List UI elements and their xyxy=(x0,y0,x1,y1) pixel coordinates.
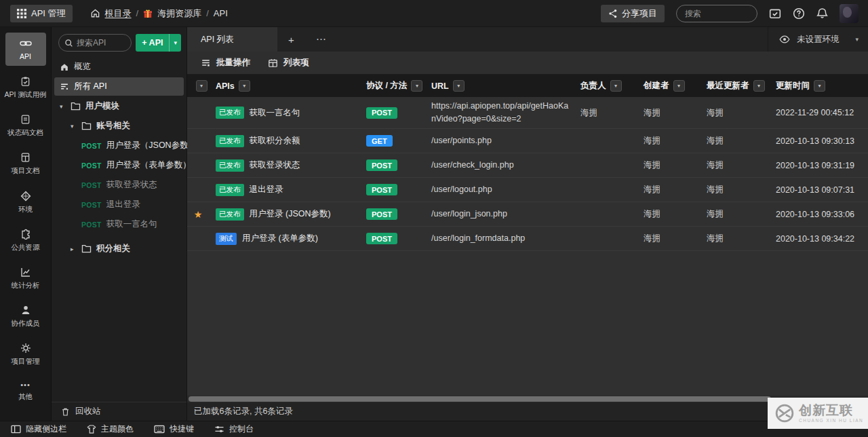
status-badge: 测试 xyxy=(216,233,237,245)
col-apis-filter[interactable]: ▾ xyxy=(239,80,250,92)
help-icon[interactable] xyxy=(793,7,805,20)
sidebar-item-status-doc[interactable]: 状态码文档 xyxy=(5,109,46,142)
breadcrumb-root[interactable]: 根目录 xyxy=(105,7,132,20)
tab-bar: API 列表 + ⋯ 未设置环境 ▾ xyxy=(187,27,868,52)
status-badge: 已发布 xyxy=(216,184,244,196)
search-icon xyxy=(64,39,73,48)
col-apis: APIs xyxy=(216,81,235,91)
trash-icon xyxy=(61,407,70,417)
global-search-input[interactable] xyxy=(676,5,757,22)
sidebar-toggle-icon xyxy=(11,425,21,434)
environment-selector[interactable]: 未设置环境 ▾ xyxy=(768,27,868,52)
method-badge: POST xyxy=(366,184,397,195)
table-row[interactable]: 已发布获取一言名句 POST https://api.apiopen.top/a… xyxy=(187,97,868,129)
method-badge: POST xyxy=(366,159,397,171)
api-tree-panel: + API ▾ 概览 所有 API ▾ 用户模块 ▾ 账号相关 POST 用户登… xyxy=(52,27,187,421)
method-badge: POST xyxy=(366,208,397,220)
hide-sidebar-button[interactable]: 隐藏侧边栏 xyxy=(11,423,66,435)
select-all-dropdown[interactable]: ▾ xyxy=(196,80,208,92)
statistics-chart-icon xyxy=(20,267,31,278)
tab-overflow-button[interactable]: ⋯ xyxy=(305,27,337,52)
public-resources-puzzle-icon xyxy=(20,229,31,240)
environment-label: 未设置环境 xyxy=(797,34,840,45)
sidebar-item-project-settings[interactable]: 项目管理 xyxy=(5,337,46,370)
breadcrumb-project[interactable]: 海拥资源库 xyxy=(157,7,201,20)
records-count-text: 已加载6条记录, 共6条记录 xyxy=(194,406,293,417)
status-badge: 已发布 xyxy=(216,208,244,221)
share-icon xyxy=(608,9,618,18)
sidebar-item-api[interactable]: API xyxy=(5,33,46,66)
notifications-bell-icon[interactable] xyxy=(816,7,828,19)
columns-grid-icon xyxy=(268,58,278,68)
eye-icon xyxy=(779,34,790,45)
environment-caret-icon: ▾ xyxy=(855,36,859,43)
api-search-input[interactable] xyxy=(77,38,124,48)
sidebar-item-statistics[interactable]: 统计分析 xyxy=(5,261,46,294)
recycle-bin-button[interactable]: 回收站 xyxy=(52,402,186,421)
sidebar-item-public-resources[interactable]: 公共资源 xyxy=(5,223,46,256)
console-button[interactable]: 控制台 xyxy=(214,423,254,435)
tree-api-item[interactable]: POST 获取登录状态 xyxy=(54,176,184,194)
table-row[interactable]: 已发布获取登录状态 POST /user/check_login.php 海拥 … xyxy=(187,153,868,178)
tab-api-list[interactable]: API 列表 xyxy=(187,27,277,52)
tree-folder-points[interactable]: ▸ 积分相关 xyxy=(54,240,184,258)
app-menu-button[interactable]: API 管理 xyxy=(10,5,73,22)
top-bar: API 管理 根目录 / 海拥资源库 / API 分享项目 xyxy=(0,0,868,27)
folder-icon xyxy=(81,244,92,253)
console-sliders-icon xyxy=(214,425,224,434)
tree-api-item[interactable]: POST 获取一言名句 xyxy=(54,215,184,233)
chevron-down-icon[interactable]: ▾ xyxy=(71,123,77,130)
chevron-down-icon[interactable]: ▾ xyxy=(60,103,66,110)
api-search-box[interactable] xyxy=(58,34,132,52)
scrollbar-thumb[interactable] xyxy=(189,396,771,402)
col-updater-filter[interactable]: ▾ xyxy=(753,80,765,92)
breadcrumb: 根目录 / 海拥资源库 / API xyxy=(90,7,228,20)
tree-api-item[interactable]: POST 用户登录（JSON参数） xyxy=(54,136,184,155)
members-person-icon xyxy=(20,305,31,316)
add-api-caret-icon[interactable]: ▾ xyxy=(169,34,181,52)
sidebar-item-project-doc[interactable]: 项目文档 xyxy=(5,147,46,180)
col-creator-filter[interactable]: ▾ xyxy=(673,80,685,92)
col-url: URL xyxy=(431,81,449,91)
chevron-right-icon[interactable]: ▸ xyxy=(71,246,77,252)
col-method-filter[interactable]: ▾ xyxy=(411,80,422,92)
tree-item-all-apis[interactable]: 所有 API xyxy=(54,77,184,96)
col-updated-filter[interactable]: ▾ xyxy=(814,80,825,92)
status-bar: 已加载6条记录, 共6条记录 xyxy=(187,402,868,421)
table-row[interactable]: 测试用户登录 (表单参数) POST /user/login_formdata.… xyxy=(187,227,868,251)
share-project-label: 分享项目 xyxy=(622,7,657,20)
table-row[interactable]: 已发布退出登录 POST /user/logout.php 海拥 海拥 2020… xyxy=(187,178,868,202)
favorite-star-icon[interactable]: ★ xyxy=(194,209,203,220)
batch-actions-button[interactable]: 批量操作 xyxy=(201,57,250,69)
tree-folder-user-module[interactable]: ▾ 用户模块 xyxy=(54,97,184,115)
sidebar-item-members[interactable]: 协作成员 xyxy=(5,299,46,332)
share-project-button[interactable]: 分享项目 xyxy=(601,5,665,22)
theme-color-button[interactable]: 主题颜色 xyxy=(87,423,134,435)
project-doc-icon xyxy=(20,152,31,163)
tree-api-item[interactable]: POST 用户登录（表单参数） xyxy=(54,156,184,174)
tree-item-overview[interactable]: 概览 xyxy=(54,58,184,76)
user-avatar[interactable] xyxy=(840,4,859,23)
sidebar-item-more[interactable]: ••• 其他 xyxy=(5,375,46,406)
table-row[interactable]: ★ 已发布用户登录 (JSON参数) POST /user/login_json… xyxy=(187,202,868,227)
col-owner: 负责人 xyxy=(580,80,606,92)
main-content: API 列表 + ⋯ 未设置环境 ▾ 批量操作 列表项 ▾ APIs▾ 协议 /… xyxy=(187,27,868,421)
sidebar-item-environment[interactable]: 环境 xyxy=(5,185,46,218)
tree-api-item[interactable]: POST 退出登录 xyxy=(54,195,184,214)
shortcuts-button[interactable]: 快捷键 xyxy=(154,423,194,435)
table-row[interactable]: 已发布获取积分余额 GET /user/points.php 海拥 海拥 202… xyxy=(187,129,868,153)
watermark-logo-icon xyxy=(774,403,795,423)
new-tab-button[interactable]: + xyxy=(277,27,305,52)
list-columns-button[interactable]: 列表项 xyxy=(268,57,309,69)
changelog-icon[interactable] xyxy=(769,7,781,20)
more-dots-icon: ••• xyxy=(20,381,31,389)
col-owner-filter[interactable]: ▾ xyxy=(610,80,622,92)
watermark: 创新互联 CHUANG XIN HU LIAN xyxy=(768,398,868,429)
add-api-button[interactable]: + API ▾ xyxy=(136,34,181,52)
tree-folder-account[interactable]: ▾ 账号相关 xyxy=(54,117,184,135)
col-creator: 创建者 xyxy=(644,80,669,92)
col-url-filter[interactable]: ▾ xyxy=(453,80,465,92)
sidebar-item-test-cases[interactable]: API 测试用例 xyxy=(5,71,46,104)
apps-grid-icon xyxy=(17,9,26,18)
status-badge: 已发布 xyxy=(216,159,244,172)
